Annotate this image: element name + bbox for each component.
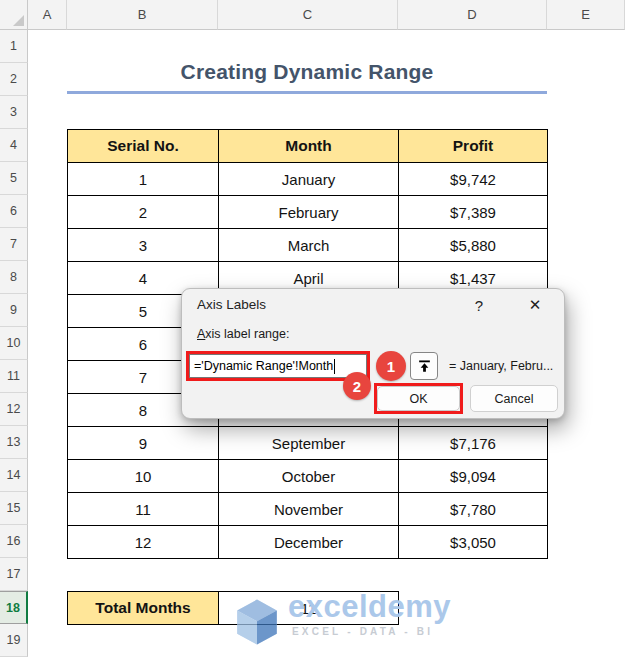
- select-all-button[interactable]: [0, 0, 28, 30]
- total-row: Total Months 11: [67, 591, 399, 625]
- axis-label-range-label: Axis label range:: [197, 327, 289, 341]
- axis-labels-dialog: Axis Labels ? ✕ Axis label range: ='Dyna…: [181, 288, 565, 419]
- row-header-16[interactable]: 16: [0, 525, 28, 558]
- cell-month[interactable]: December: [219, 526, 399, 559]
- table-header-row: Serial No.MonthProfit: [68, 130, 548, 163]
- annotation-box-2: OK: [374, 383, 463, 414]
- help-icon[interactable]: ?: [468, 294, 490, 316]
- row-header-4[interactable]: 4: [0, 129, 28, 162]
- row-header-8[interactable]: 8: [0, 261, 28, 294]
- row-header-2[interactable]: 2: [0, 63, 28, 96]
- row-header-11[interactable]: 11: [0, 360, 28, 393]
- row-header-14[interactable]: 14: [0, 459, 28, 492]
- cell-month[interactable]: January: [219, 163, 399, 196]
- cell-profit[interactable]: $7,389: [399, 196, 548, 229]
- cell-profit[interactable]: $5,880: [399, 229, 548, 262]
- table-header-cell[interactable]: Profit: [399, 130, 548, 163]
- cell-serial[interactable]: 3: [68, 229, 219, 262]
- row-header-6[interactable]: 6: [0, 195, 28, 228]
- table-row: 9September$7,176: [68, 427, 548, 460]
- column-header-B[interactable]: B: [67, 0, 218, 30]
- table-row: 1January$9,742: [68, 163, 548, 196]
- column-header-C[interactable]: C: [218, 0, 398, 30]
- cell-serial[interactable]: 9: [68, 427, 219, 460]
- annotation-badge-1: 1: [376, 351, 406, 381]
- table-row: 3March$5,880: [68, 229, 548, 262]
- close-icon[interactable]: ✕: [522, 294, 548, 316]
- column-header-E[interactable]: E: [547, 0, 625, 30]
- cell-month[interactable]: March: [219, 229, 399, 262]
- row-header-9[interactable]: 9: [0, 294, 28, 327]
- total-months-value-cell[interactable]: 11: [219, 592, 399, 625]
- row-headers: 12345678910111213141516171819: [0, 30, 28, 657]
- row-header-19[interactable]: 19: [0, 624, 28, 657]
- ok-button[interactable]: OK: [377, 386, 460, 411]
- cell-month[interactable]: November: [219, 493, 399, 526]
- row-header-10[interactable]: 10: [0, 327, 28, 360]
- annotation-badge-2: 2: [343, 372, 371, 400]
- cell-profit[interactable]: $9,742: [399, 163, 548, 196]
- axis-label-range-input[interactable]: ='Dynamic Range'!Month: [189, 354, 367, 378]
- total-months-label-cell[interactable]: Total Months: [68, 592, 219, 625]
- cell-serial[interactable]: 11: [68, 493, 219, 526]
- row-header-15[interactable]: 15: [0, 492, 28, 525]
- cell-month[interactable]: September: [219, 427, 399, 460]
- row-header-5[interactable]: 5: [0, 162, 28, 195]
- annotation-box-1: ='Dynamic Range'!Month: [186, 351, 370, 381]
- column-header-A[interactable]: A: [28, 0, 67, 30]
- cancel-button[interactable]: Cancel: [470, 385, 558, 412]
- cell-month[interactable]: February: [219, 196, 399, 229]
- watermark-tagline: EXCEL - DATA - BI: [292, 626, 451, 637]
- text-caret: [334, 359, 335, 374]
- dialog-title: Axis Labels: [197, 297, 266, 312]
- cell-serial[interactable]: 2: [68, 196, 219, 229]
- row-header-12[interactable]: 12: [0, 393, 28, 426]
- cell-serial[interactable]: 1: [68, 163, 219, 196]
- row-header-17[interactable]: 17: [0, 558, 28, 591]
- range-preview-text: = January, Febru...: [449, 359, 561, 373]
- table-header-cell[interactable]: Serial No.: [68, 130, 219, 163]
- cell-profit[interactable]: $7,176: [399, 427, 548, 460]
- collapse-dialog-icon: [417, 359, 432, 374]
- table-row: 11November$7,780: [68, 493, 548, 526]
- column-headers: ABCDE: [28, 0, 625, 30]
- table-row: 2February$7,389: [68, 196, 548, 229]
- collapse-dialog-button[interactable]: [410, 352, 438, 380]
- cell-serial[interactable]: 10: [68, 460, 219, 493]
- row-header-7[interactable]: 7: [0, 228, 28, 261]
- row-header-1[interactable]: 1: [0, 30, 28, 63]
- column-header-D[interactable]: D: [398, 0, 547, 30]
- table-row: 10October$9,094: [68, 460, 548, 493]
- table-row: 12December$3,050: [68, 526, 548, 559]
- cell-month[interactable]: October: [219, 460, 399, 493]
- cell-serial[interactable]: 12: [68, 526, 219, 559]
- sheet-title: Creating Dynamic Range: [67, 60, 547, 90]
- table-header-cell[interactable]: Month: [219, 130, 399, 163]
- cell-profit[interactable]: $3,050: [399, 526, 548, 559]
- cell-profit[interactable]: $7,780: [399, 493, 548, 526]
- row-header-3[interactable]: 3: [0, 96, 28, 129]
- row-header-13[interactable]: 13: [0, 426, 28, 459]
- cell-profit[interactable]: $9,094: [399, 460, 548, 493]
- sheet-title-underline: [67, 91, 547, 94]
- row-header-18[interactable]: 18: [0, 591, 28, 624]
